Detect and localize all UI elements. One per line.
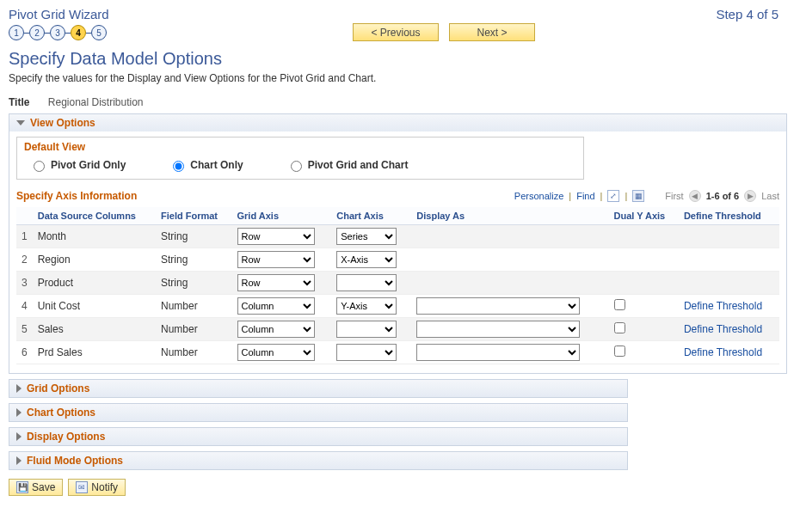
field-format-cell: Number xyxy=(156,341,232,364)
table-row: 6Prd SalesNumberColumnDefine Threshold xyxy=(16,341,779,364)
zoom-icon[interactable]: ⤢ xyxy=(607,190,619,202)
first-link[interactable]: First xyxy=(665,191,683,201)
data-source-cell: Product xyxy=(33,272,156,295)
col-field-format: Field Format xyxy=(156,207,232,225)
chart-axis-select[interactable] xyxy=(336,274,397,291)
table-row: 3ProductStringRow xyxy=(16,272,779,295)
grid-options-title: Grid Options xyxy=(27,382,89,394)
grid-options-header[interactable]: Grid Options xyxy=(9,380,627,397)
save-icon: 💾 xyxy=(16,481,28,493)
view-options-title: View Options xyxy=(30,117,95,129)
field-format-cell: String xyxy=(156,248,232,272)
grid-axis-select[interactable]: Row xyxy=(237,274,315,291)
personalize-link[interactable]: Personalize xyxy=(514,191,563,201)
page-subtitle: Specify the values for the Display and V… xyxy=(9,72,791,84)
caret-right-icon xyxy=(16,432,22,441)
radio-chart-only-label: Chart Only xyxy=(190,159,243,171)
radio-pivot-only[interactable] xyxy=(34,161,45,172)
chart-axis-select[interactable] xyxy=(336,321,397,338)
fluid-mode-options-section: Fluid Mode Options xyxy=(9,451,628,470)
data-source-cell: Sales xyxy=(33,318,156,341)
display-as-select[interactable] xyxy=(416,321,580,338)
display-as-select[interactable] xyxy=(416,297,580,315)
chart-axis-select[interactable]: Y-Axis xyxy=(336,297,397,315)
next-page-icon[interactable]: ▶ xyxy=(744,190,756,202)
chart-options-title: Chart Options xyxy=(27,407,95,419)
notify-button[interactable]: ✉ Notify xyxy=(68,479,126,496)
grid-axis-select[interactable]: Column xyxy=(237,344,315,361)
col-define-threshold: Define Threshold xyxy=(679,207,779,225)
grid-axis-select[interactable]: Column xyxy=(237,321,315,338)
define-threshold-link[interactable]: Define Threshold xyxy=(684,300,762,312)
notify-icon: ✉ xyxy=(76,481,88,493)
grid-axis-select[interactable]: Row xyxy=(237,251,315,268)
data-source-cell: Unit Cost xyxy=(33,295,156,318)
col-data-source: Data Source Columns xyxy=(33,207,156,225)
step-3[interactable]: 3 xyxy=(50,25,65,40)
fluid-mode-options-title: Fluid Mode Options xyxy=(27,455,123,467)
previous-button[interactable]: < Previous xyxy=(353,23,439,41)
option-chart-only[interactable]: Chart Only xyxy=(169,158,243,172)
page-heading: Specify Data Model Options xyxy=(9,49,791,69)
download-icon[interactable]: ▦ xyxy=(632,190,644,202)
grid-axis-select[interactable]: Row xyxy=(237,228,315,245)
title-label: Title xyxy=(9,96,29,108)
fluid-mode-options-header[interactable]: Fluid Mode Options xyxy=(9,452,627,469)
data-source-cell: Month xyxy=(33,225,156,248)
col-dual-y: Dual Y Axis xyxy=(609,207,679,225)
field-format-cell: Number xyxy=(156,318,232,341)
view-options-header[interactable]: View Options xyxy=(9,114,786,131)
define-threshold-link[interactable]: Define Threshold xyxy=(684,323,762,335)
find-link[interactable]: Find xyxy=(576,191,594,201)
grid-axis-select[interactable]: Column xyxy=(237,297,315,315)
chart-axis-select[interactable] xyxy=(336,344,397,361)
caret-right-icon xyxy=(16,384,22,393)
table-row: 1MonthStringRowSeries xyxy=(16,225,779,248)
display-options-header[interactable]: Display Options xyxy=(9,428,627,445)
wizard-title: Pivot Grid Wizard xyxy=(9,7,109,21)
notify-label: Notify xyxy=(91,481,118,493)
table-row: 5SalesNumberColumnDefine Threshold xyxy=(16,318,779,341)
step-4[interactable]: 4 xyxy=(71,25,86,40)
table-row: 4Unit CostNumberColumnY-AxisDefine Thres… xyxy=(16,295,779,318)
step-2[interactable]: 2 xyxy=(29,25,45,40)
display-as-select[interactable] xyxy=(416,344,580,361)
option-pivot-only[interactable]: Pivot Grid Only xyxy=(29,158,126,172)
dual-y-checkbox[interactable] xyxy=(614,322,625,333)
step-circles: 1 2 3 4 5 xyxy=(9,25,107,40)
next-button[interactable]: Next > xyxy=(449,23,535,41)
col-display-as: Display As xyxy=(411,207,608,225)
table-row: 2RegionStringRowX-Axis xyxy=(16,248,779,272)
axis-table: Data Source Columns Field Format Grid Ax… xyxy=(16,207,779,364)
prev-page-icon[interactable]: ◀ xyxy=(689,190,701,202)
dual-y-checkbox[interactable] xyxy=(614,299,625,310)
caret-right-icon xyxy=(16,408,22,417)
radio-chart-only[interactable] xyxy=(173,161,184,172)
default-view-box: Default View Pivot Grid Only Chart Only … xyxy=(16,137,584,180)
display-options-section: Display Options xyxy=(9,427,628,446)
dual-y-checkbox[interactable] xyxy=(614,345,625,357)
chart-axis-select[interactable]: Series xyxy=(336,228,397,245)
step-5[interactable]: 5 xyxy=(91,25,107,40)
caret-down-icon xyxy=(16,120,25,125)
chart-axis-select[interactable]: X-Axis xyxy=(336,251,397,268)
step-1[interactable]: 1 xyxy=(9,25,24,40)
data-source-cell: Region xyxy=(33,248,156,272)
display-options-title: Display Options xyxy=(27,431,105,443)
caret-right-icon xyxy=(16,456,22,465)
last-link[interactable]: Last xyxy=(761,191,779,201)
title-value: Regional Distribution xyxy=(48,96,144,108)
radio-pivot-only-label: Pivot Grid Only xyxy=(51,159,126,171)
save-label: Save xyxy=(32,481,55,493)
chart-options-section: Chart Options xyxy=(9,403,628,422)
step-indicator: Step 4 of 5 xyxy=(716,7,791,21)
define-threshold-link[interactable]: Define Threshold xyxy=(684,346,762,358)
field-format-cell: String xyxy=(156,272,232,295)
radio-both[interactable] xyxy=(291,161,302,172)
data-source-cell: Prd Sales xyxy=(33,341,156,364)
default-view-title: Default View xyxy=(17,138,583,158)
chart-options-header[interactable]: Chart Options xyxy=(9,404,627,421)
option-both[interactable]: Pivot Grid and Chart xyxy=(286,158,409,172)
save-button[interactable]: 💾 Save xyxy=(9,479,63,496)
col-chart-axis: Chart Axis xyxy=(331,207,411,225)
